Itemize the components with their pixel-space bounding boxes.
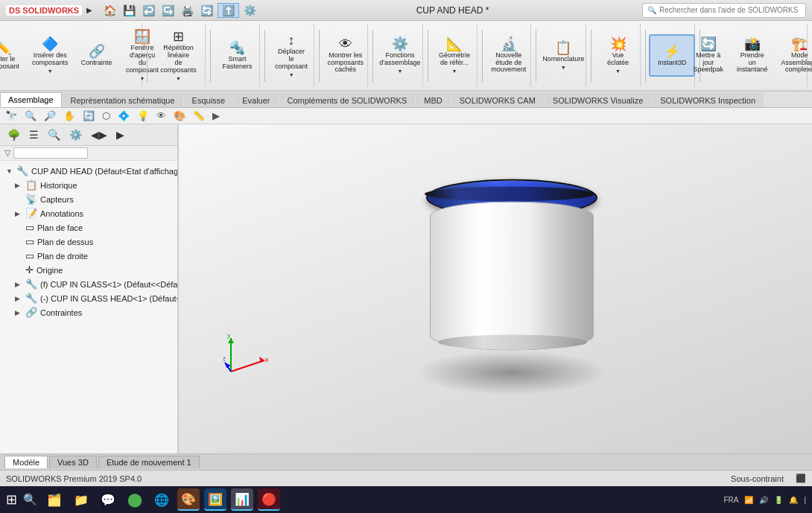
more-tools-icon[interactable]: ▶ xyxy=(210,109,222,122)
ribbon-nomenclature[interactable]: 📋 Nomenclature ▼ xyxy=(537,37,589,74)
rebuild-btn[interactable]: 🔄 xyxy=(198,4,215,17)
display-style-icon[interactable]: 💠 xyxy=(115,109,132,122)
panel-collapse-icon[interactable]: ◀▶ xyxy=(88,127,110,142)
plan-dessus-label: Plan de dessus xyxy=(37,238,93,246)
ribbon-sep-2 xyxy=(210,30,211,82)
zoom-to-fit-icon[interactable]: 🔍 xyxy=(22,109,39,122)
tree-item-contraintes[interactable]: ▶ 🔗 Contraintes xyxy=(0,305,177,319)
settings-btn[interactable]: ⚙️ xyxy=(241,4,258,17)
geo-icon: 📐 xyxy=(446,37,463,51)
solidworks-version: SOLIDWORKS Premium 2019 SP4.0 xyxy=(6,474,142,483)
can-bottom-rim xyxy=(438,335,587,350)
panel-more-icon[interactable]: ▶ xyxy=(113,127,127,142)
constraint-status: Sous-contraint xyxy=(731,474,784,483)
redo-btn[interactable]: ↪️ xyxy=(159,4,177,17)
tree-item-origine[interactable]: ✛ Origine xyxy=(0,263,177,277)
tab-esquisse[interactable]: Esquisse xyxy=(184,92,234,107)
ribbon-group-composant: ✏️ Editer lecomposant 🔷 Insérer descompo… xyxy=(4,24,142,87)
search-input[interactable] xyxy=(659,6,801,14)
taskbar-solidworks[interactable]: 🔴 xyxy=(258,488,280,511)
taskbar-edge[interactable]: 🌐 xyxy=(150,488,173,511)
taskbar-chat[interactable]: 💬 xyxy=(97,488,119,511)
tree-item-capteurs[interactable]: 📡 Capteurs xyxy=(0,192,177,206)
panel-list-icon[interactable]: ☰ xyxy=(26,127,42,142)
annotations-icon: 📝 xyxy=(25,208,37,219)
ribbon-prendre-instant[interactable]: 📸 Prendreuninstantané xyxy=(732,34,773,78)
ribbon-montrer-caches[interactable]: 👁 Montrer lescomposantscachés xyxy=(323,34,369,78)
filter-input[interactable] xyxy=(13,147,88,159)
speedpak-label: Mettre àjourSpeedpak xyxy=(693,52,723,74)
appearance-icon[interactable]: 🎨 xyxy=(171,109,188,122)
lighting-icon[interactable]: 💡 xyxy=(135,109,151,122)
bottom-tabs: Modèle Vues 3D Etude de mouvement 1 xyxy=(0,453,812,470)
tab-complements[interactable]: Compléments de SOLIDWORKS xyxy=(279,92,416,107)
ribbon-mode-assemblage[interactable]: 🏗️ ModeAssemblagecomplexe xyxy=(775,34,812,78)
taskbar-notifications-icon[interactable]: 🔔 xyxy=(789,496,798,504)
ribbon-insert-composants[interactable]: 🔷 Insérer descomposants ▼ xyxy=(27,34,73,77)
rotate-icon[interactable]: 🔄 xyxy=(80,109,97,122)
tab-evaluer[interactable]: Evaluer xyxy=(234,92,278,107)
tree-root[interactable]: ▼ 🔧 CUP AND HEAD (Défaut<Etat d'affichag… xyxy=(0,164,177,178)
taskbar-chrome[interactable]: ⬤ xyxy=(124,488,146,511)
bottom-tab-vues3d[interactable]: Vues 3D xyxy=(49,456,97,468)
insert-dropdown: ▼ xyxy=(48,68,53,74)
select-tool[interactable]: ⬆️ xyxy=(218,3,239,18)
taskbar-illustrator[interactable]: 🎨 xyxy=(177,488,200,511)
taskbar-photoshop[interactable]: 🖼️ xyxy=(204,488,226,511)
ribbon-smart-fasteners[interactable]: 🔩 SmartFasteners xyxy=(217,37,257,74)
zoom-in-icon[interactable]: 🔎 xyxy=(42,109,58,122)
tab-mbd[interactable]: MBD xyxy=(416,92,450,107)
hide-show-icon[interactable]: 👁 xyxy=(154,109,168,122)
tree-item-cup-head[interactable]: ▶ 🔧 (-) CUP IN GLASS HEAD<1> (Défaut<< xyxy=(0,291,177,305)
section-view-icon[interactable]: ⬡ xyxy=(100,109,112,122)
mode-label: ModeAssemblagecomplexe xyxy=(781,52,812,74)
panel-tree-icon[interactable]: 🌳 xyxy=(4,127,23,142)
contraintes-icon: 🔗 xyxy=(25,307,37,318)
fenetre-icon: 🪟 xyxy=(134,30,150,43)
taskbar-app1[interactable]: 📊 xyxy=(231,488,253,511)
save-btn[interactable]: 💾 xyxy=(121,4,138,17)
home-btn[interactable]: 🏠 xyxy=(101,4,118,17)
ribbon-speedpak[interactable]: 🔄 Mettre àjourSpeedpak xyxy=(688,34,729,78)
measure-icon[interactable]: 📏 xyxy=(191,109,207,122)
ribbon-contrainte[interactable]: 🔗 Contrainte xyxy=(76,41,117,71)
taskbar-show-desktop[interactable]: | xyxy=(804,496,806,504)
tree-item-historique[interactable]: ▶ 📋 Historique xyxy=(0,178,177,192)
tree-item-cup-in-glass[interactable]: ▶ 🔧 (f) CUP IN GLASS<1> (Défaut<<Défaut xyxy=(0,277,177,291)
panel-search-icon[interactable]: 🔍 xyxy=(45,127,63,142)
panel-filter-icon[interactable]: ⚙️ xyxy=(66,127,85,142)
view-orientation-icon[interactable]: 🔭 xyxy=(3,109,19,122)
ribbon-deplacer[interactable]: ↕️ Déplacer lecomposant ▼ xyxy=(270,30,313,81)
ribbon-edit-composant[interactable]: ✏️ Editer lecomposant xyxy=(0,37,24,74)
undo-btn[interactable]: ↩️ xyxy=(140,4,157,17)
solidworks-logo[interactable]: DS SOLIDWORKS xyxy=(6,5,82,16)
taskbar-search-icon[interactable]: 🔍 xyxy=(23,493,37,506)
historique-icon: 📋 xyxy=(25,179,37,191)
taskbar-explorer[interactable]: 🗂️ xyxy=(43,488,66,511)
3d-viewport[interactable]: x y z xyxy=(179,124,812,453)
tab-representation[interactable]: Représentation schématique xyxy=(63,92,183,107)
ribbon-vue-eclatee[interactable]: 💥 Vueéclatée ▼ xyxy=(600,34,636,77)
tab-swvisualize[interactable]: SOLIDWORKS Visualize xyxy=(545,92,651,107)
bottom-tab-modele[interactable]: Modèle xyxy=(4,456,48,468)
tree-item-annotations[interactable]: ▶ 📝 Annotations xyxy=(0,206,177,220)
ribbon-nouvelle-etude[interactable]: 🔬 Nouvelleétude demouvement xyxy=(486,34,531,78)
help-search[interactable]: 🔍 xyxy=(642,3,806,18)
start-button[interactable]: ⊞ xyxy=(6,491,17,508)
tree-item-plan-face[interactable]: ▭ Plan de face xyxy=(0,220,177,235)
tab-swinspection[interactable]: SOLIDWORKS Inspection xyxy=(652,92,764,107)
print-btn[interactable]: 🖨️ xyxy=(179,4,196,17)
tab-assemblage[interactable]: Assemblage xyxy=(0,92,62,107)
axes-svg: x y z xyxy=(223,334,268,379)
tab-swcam[interactable]: SOLIDWORKS CAM xyxy=(451,92,544,107)
model-body xyxy=(430,202,594,373)
tree-item-plan-droite[interactable]: ▭ Plan de droite xyxy=(0,249,177,263)
pan-icon[interactable]: ✋ xyxy=(61,109,77,122)
ribbon-repetition-lineaire[interactable]: ⊞ Répétition linéairede composants ▼ xyxy=(155,26,202,85)
ribbon-geometrie-ref[interactable]: 📐 Géométriede référ... ▼ xyxy=(434,34,475,77)
tree-item-plan-dessus[interactable]: ▭ Plan de dessus xyxy=(0,235,177,249)
head-icon: 🔧 xyxy=(25,293,37,304)
bottom-tab-etude-mouvement[interactable]: Etude de mouvement 1 xyxy=(98,456,200,468)
ribbon-fonctions-assemblage[interactable]: ⚙️ Fonctionsd'assemblage ▼ xyxy=(374,34,425,77)
taskbar-folder[interactable]: 📁 xyxy=(70,488,92,511)
